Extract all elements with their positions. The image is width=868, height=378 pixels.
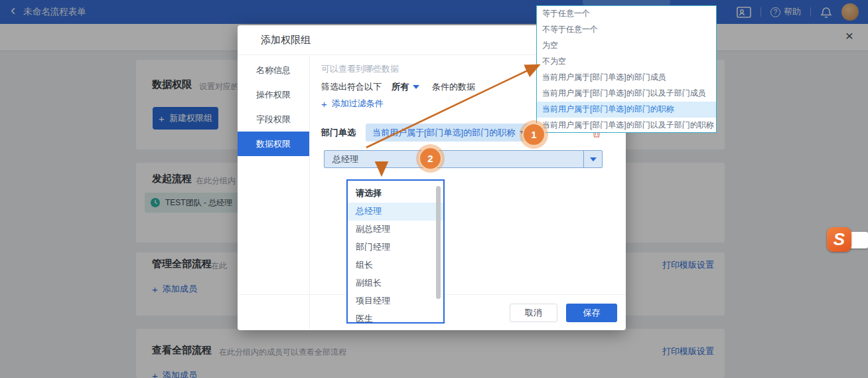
job-option-selected[interactable]: 总经理 — [348, 203, 443, 221]
job-option[interactable]: 部门经理 — [348, 238, 443, 256]
step-2-badge: 2 — [419, 147, 442, 170]
job-option[interactable]: 项目经理 — [348, 292, 443, 310]
condition-select[interactable]: 当前用户属于[部门单选]的部门的职称 — [366, 124, 533, 142]
condition-option[interactable]: 为空 — [537, 38, 716, 54]
filter-match-select-value[interactable]: 所有 — [392, 81, 409, 93]
tab-field-perm[interactable]: 字段权限 — [238, 107, 309, 132]
job-option[interactable]: 副总经理 — [348, 221, 443, 238]
condition-option-selected[interactable]: 当前用户属于[部门单选]的部门的职称 — [537, 102, 716, 118]
condition-option[interactable]: 当前用户属于[部门单选]的部门以及子部门成员 — [537, 86, 716, 102]
condition-option[interactable]: 当前用户属于[部门单选]的部门成员 — [537, 70, 716, 86]
tab-data-perm[interactable]: 数据权限 — [238, 132, 309, 156]
add-filter-label: 添加过滤条件 — [332, 98, 384, 110]
condition-option[interactable]: 等于任意一个 — [537, 6, 716, 22]
field-name-label: 部门单选 — [321, 127, 356, 139]
modal-title: 添加权限组 — [261, 34, 311, 47]
job-option[interactable]: 组长 — [348, 256, 443, 274]
save-button[interactable]: 保存 — [566, 304, 617, 322]
job-title-select[interactable]: 总经理 — [324, 150, 603, 168]
plus-icon: + — [321, 100, 327, 108]
add-filter-condition-link[interactable]: + 添加过滤条件 — [321, 98, 384, 110]
condition-select-value: 当前用户属于[部门单选]的部门的职称 — [372, 127, 515, 139]
tab-name-info[interactable]: 名称信息 — [238, 58, 309, 82]
caret-down-icon[interactable] — [413, 85, 419, 89]
job-title-select-value: 总经理 — [332, 153, 583, 165]
job-title-options-dropdown: 请选择 总经理 副总经理 部门经理 组长 副组长 项目经理 医生 — [346, 179, 445, 324]
ime-status-widget[interactable]: 中 S — [827, 227, 868, 252]
job-option-placeholder[interactable]: 请选择 — [348, 185, 443, 203]
condition-options-dropdown: 等于任意一个 不等于任意一个 为空 不为空 当前用户属于[部门单选]的部门成员 … — [536, 5, 717, 133]
step-1-badge: 1 — [522, 123, 545, 146]
caret-down-icon — [590, 157, 597, 161]
condition-option[interactable]: 不为空 — [537, 54, 716, 70]
tab-operation-perm[interactable]: 操作权限 — [238, 82, 309, 107]
job-option[interactable]: 副组长 — [348, 274, 443, 292]
job-option[interactable]: 医生 — [348, 310, 443, 324]
condition-option[interactable]: 不等于任意一个 — [537, 22, 716, 38]
filter-prefix-text: 筛选出符合以下 — [321, 81, 382, 93]
select-caret-cell[interactable] — [583, 151, 602, 167]
data-visibility-hint: 可以查看到哪些数据 — [321, 63, 399, 75]
filter-suffix-text: 条件的数据 — [432, 81, 475, 93]
condition-option[interactable]: 当前用户属于[部门单选]的部门以及子部门的职称 — [537, 118, 716, 134]
scrollbar-thumb[interactable] — [436, 186, 441, 299]
sogou-logo-icon: S — [827, 227, 851, 252]
cancel-button[interactable]: 取消 — [510, 304, 557, 322]
modal-tab-list: 名称信息 操作权限 字段权限 数据权限 — [238, 55, 310, 330]
